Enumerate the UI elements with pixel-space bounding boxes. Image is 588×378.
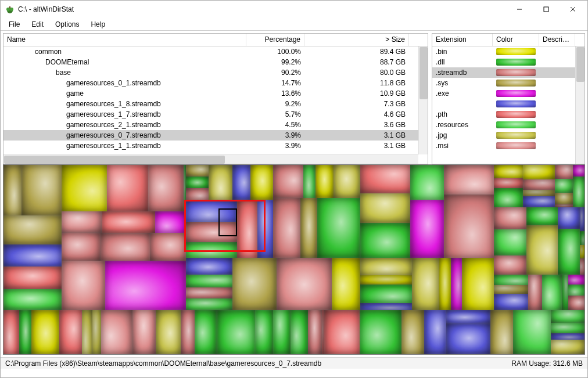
- tree-row[interactable]: base90.2%80.0 GB: [3, 67, 428, 78]
- scrollbar-vertical[interactable]: [575, 46, 585, 164]
- treemap-block[interactable]: [322, 310, 324, 354]
- col-size[interactable]: > Size: [304, 34, 409, 46]
- extension-row[interactable]: .exe: [432, 88, 585, 99]
- tree-row[interactable]: gameresources_1_1.streamdb3.9%3.1 GB: [3, 141, 428, 151]
- scrollbar-thumb[interactable]: [4, 156, 225, 164]
- treemap-block[interactable]: [451, 258, 462, 310]
- treemap-block[interactable]: [551, 323, 585, 333]
- treemap-block[interactable]: [232, 258, 277, 310]
- treemap-block[interactable]: [150, 233, 186, 261]
- treemap-block[interactable]: [558, 229, 580, 275]
- tree-row[interactable]: gameresources_0_7.streamdb3.9%3.1 GB: [3, 130, 428, 141]
- treemap-block[interactable]: [186, 287, 232, 298]
- treemap-block[interactable]: [186, 258, 232, 275]
- treemap-block[interactable]: [186, 188, 209, 200]
- treemap-block[interactable]: [186, 298, 232, 310]
- treemap-block[interactable]: [277, 258, 332, 310]
- treemap-block[interactable]: [494, 229, 526, 255]
- col-extension[interactable]: Extension: [432, 34, 493, 46]
- treemap-block[interactable]: [580, 258, 585, 275]
- scrollbar-horizontal[interactable]: [3, 154, 418, 164]
- menu-file[interactable]: File: [3, 19, 26, 30]
- treemap-block[interactable]: [490, 310, 513, 354]
- treemap-block[interactable]: [92, 310, 101, 354]
- tree-row[interactable]: gameresources_2_1.streamdb4.5%3.6 GB: [3, 120, 428, 130]
- treemap-block[interactable]: [250, 165, 273, 200]
- treemap-block[interactable]: [317, 198, 360, 258]
- treemap-block[interactable]: [101, 310, 132, 354]
- close-button[interactable]: [560, 1, 586, 18]
- treemap-block[interactable]: [573, 165, 585, 177]
- treemap-block[interactable]: [410, 200, 444, 258]
- treemap-block[interactable]: [494, 255, 526, 275]
- treemap-block[interactable]: [209, 165, 232, 200]
- treemap-block[interactable]: [494, 207, 526, 229]
- treemap-block[interactable]: [273, 165, 303, 198]
- extension-row[interactable]: .dll: [432, 57, 585, 67]
- scrollbar-thumb[interactable]: [420, 47, 428, 99]
- treemap-block[interactable]: [62, 211, 102, 233]
- treemap-block[interactable]: [528, 275, 542, 310]
- treemap-block[interactable]: [360, 310, 401, 354]
- treemap-block[interactable]: [551, 340, 585, 354]
- treemap-block[interactable]: [513, 310, 551, 354]
- treemap-block[interactable]: [3, 289, 62, 310]
- minimize-button[interactable]: [506, 1, 533, 18]
- treemap-block[interactable]: [360, 223, 410, 258]
- treemap-block[interactable]: [156, 310, 181, 354]
- treemap-block[interactable]: [523, 179, 555, 190]
- treemap-block[interactable]: [101, 233, 150, 261]
- treemap-block[interactable]: [573, 177, 585, 207]
- treemap-block[interactable]: [186, 275, 232, 287]
- col-name[interactable]: Name: [3, 34, 246, 46]
- directory-list-body[interactable]: common100.0%89.4 GBDOOMEternal99.2%88.7 …: [3, 46, 428, 164]
- treemap-block[interactable]: [410, 165, 444, 200]
- menu-help[interactable]: Help: [85, 19, 111, 30]
- treemap-block[interactable]: [62, 261, 105, 310]
- treemap-block[interactable]: [494, 294, 528, 310]
- treemap-block[interactable]: [195, 310, 217, 354]
- tree-row[interactable]: game13.6%10.9 GB: [3, 88, 428, 99]
- tree-row[interactable]: common100.0%89.4 GB: [3, 46, 428, 57]
- treemap-block[interactable]: [360, 303, 412, 310]
- treemap-block[interactable]: [412, 258, 439, 310]
- extension-row[interactable]: .msi: [432, 141, 585, 151]
- treemap-block[interactable]: [360, 193, 410, 223]
- col-percentage[interactable]: Percentage: [246, 34, 304, 46]
- treemap-block[interactable]: [523, 165, 555, 179]
- treemap-block[interactable]: [19, 310, 31, 354]
- treemap-block[interactable]: [494, 285, 528, 294]
- treemap-block[interactable]: [291, 310, 308, 354]
- tree-row[interactable]: DOOMEternal99.2%88.7 GB: [3, 57, 428, 67]
- treemap-block[interactable]: [494, 165, 523, 178]
- treemap-block[interactable]: [186, 177, 209, 188]
- treemap-block[interactable]: [551, 310, 585, 323]
- treemap-block[interactable]: [580, 231, 585, 245]
- treemap-block[interactable]: [324, 310, 360, 354]
- extension-row[interactable]: .sys: [432, 78, 585, 88]
- treemap-block[interactable]: [148, 165, 184, 211]
- extension-row[interactable]: .bin: [432, 46, 585, 57]
- tree-row[interactable]: gameresources_0_1.streamdb14.7%11.8 GB: [3, 78, 428, 88]
- treemap-block[interactable]: [555, 165, 573, 179]
- treemap-block[interactable]: [360, 258, 412, 275]
- scrollbar-thumb[interactable]: [576, 47, 585, 82]
- treemap-block[interactable]: [303, 165, 315, 198]
- treemap-block[interactable]: [401, 310, 424, 354]
- treemap-block[interactable]: [217, 310, 255, 354]
- treemap-block[interactable]: [568, 275, 585, 285]
- treemap-block[interactable]: [132, 310, 156, 354]
- treemap-block[interactable]: [186, 165, 209, 177]
- treemap-block[interactable]: [181, 310, 195, 354]
- treemap-block[interactable]: [332, 258, 360, 310]
- treemap-block[interactable]: [3, 310, 19, 354]
- treemap-block[interactable]: [62, 233, 101, 261]
- treemap-block[interactable]: [31, 310, 59, 354]
- treemap-block[interactable]: [568, 296, 585, 310]
- treemap-block[interactable]: [334, 165, 360, 198]
- treemap-block[interactable]: [523, 190, 555, 196]
- scrollbar-vertical[interactable]: [418, 46, 428, 154]
- treemap-block[interactable]: [494, 178, 523, 188]
- treemap-block[interactable]: [255, 310, 273, 354]
- treemap-block[interactable]: [580, 207, 585, 231]
